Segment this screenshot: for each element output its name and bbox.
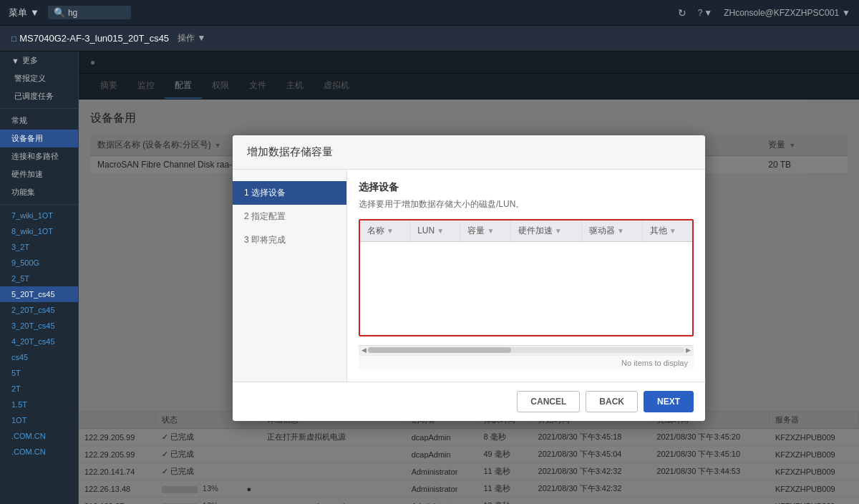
scroll-right-btn[interactable]: ▶	[686, 346, 691, 354]
sidebar-label-general: 常规	[11, 116, 27, 125]
dev-col-other[interactable]: 其他 ▼	[642, 220, 692, 242]
modal-content-desc: 选择要用于增加数据存储大小的磁盘/LUN。	[359, 198, 694, 210]
scrollbar-track	[368, 347, 684, 353]
sidebar-label-com-cn-2: .COM.CN	[11, 447, 46, 456]
search-input[interactable]	[68, 8, 125, 18]
sidebar-more-toggle[interactable]: ▼ 更多	[0, 52, 78, 69]
sidebar-storage-5-20t[interactable]: 5_20T_cs45	[0, 286, 78, 302]
refresh-icon[interactable]: ↻	[678, 7, 686, 19]
sidebar-label-4-20t: 4_20T_cs45	[11, 337, 55, 346]
modal-header: 增加数据存储容量	[233, 135, 705, 170]
modal-content-title: 选择设备	[359, 181, 694, 194]
device-selection-table-wrapper: 名称 ▼ LUN ▼	[359, 219, 694, 336]
sidebar-label-1ot: 1OT	[11, 416, 26, 425]
sidebar-item-scheduled-tasks[interactable]: 已调度任务	[0, 87, 78, 105]
topbar-left: 菜单 ▼ 🔍	[9, 6, 131, 19]
scrollbar-thumb[interactable]	[368, 347, 511, 353]
topbar-right: ↻ ? ▼ ZHconsole@KFZXZHPSC001 ▼	[678, 7, 850, 19]
sidebar-storage-2-20t[interactable]: 2_20T_cs45	[0, 302, 78, 318]
modal-title: 增加数据存储容量	[247, 145, 333, 158]
sidebar-storage-7wiki[interactable]: 7_wiki_1OT	[0, 208, 78, 223]
sidebar-storage-8wiki[interactable]: 8_wiki_1OT	[0, 223, 78, 239]
sidebar-label-1-5t: 1.5T	[11, 400, 27, 409]
sidebar-label-3-20t: 3_20T_cs45	[11, 321, 55, 330]
modal-footer: CANCEL BACK NEXT	[233, 382, 705, 421]
help-button[interactable]: ? ▼	[698, 8, 713, 18]
step-1-label: 1 选择设备	[244, 188, 286, 198]
sidebar-item-general[interactable]: 常规	[0, 112, 78, 130]
horizontal-scrollbar[interactable]: ◀ ▶	[359, 345, 694, 355]
sidebar-storage-1-5t[interactable]: 1.5T	[0, 397, 78, 412]
modal-step-3[interactable]: 3 即将完成	[233, 228, 346, 252]
sidebar: ▼ 更多 警报定义 已调度任务 常规 设备备用 连接和多路径 硬件加速 功能集 …	[0, 52, 79, 504]
sidebar-storage-com-cn-1[interactable]: .COM.CN	[0, 428, 78, 444]
cancel-button[interactable]: CANCEL	[517, 391, 580, 412]
sidebar-item-connections[interactable]: 连接和多路径	[0, 147, 78, 165]
sidebar-label-hardware: 硬件加速	[11, 170, 43, 178]
menu-label: 菜单	[9, 6, 27, 19]
modal-step-2[interactable]: 2 指定配置	[233, 205, 346, 228]
tab-actions-button[interactable]: 操作 ▼	[178, 32, 205, 44]
content-area: ● 摘要 监控 配置 权限 文件 主机 虚拟机 设备备用 数据区名称 (设备名称…	[79, 52, 859, 504]
sidebar-divider-2	[0, 204, 78, 205]
modal-step-1[interactable]: 1 选择设备	[233, 181, 346, 205]
sidebar-item-alert-def[interactable]: 警报定义	[0, 69, 78, 87]
sidebar-storage-cs45[interactable]: cs45	[0, 349, 78, 365]
sort-icon-cap: ▼	[487, 227, 494, 235]
modal-step-content: 选择设备 选择要用于增加数据存储大小的磁盘/LUN。 名称	[347, 170, 705, 382]
sidebar-label-scheduled: 已调度任务	[14, 92, 54, 100]
step-2-label: 2 指定配置	[244, 211, 286, 221]
sidebar-label-5-20t: 5_20T_cs45	[11, 290, 55, 299]
dev-col-hw-accel[interactable]: 硬件加速 ▼	[510, 220, 581, 242]
sort-icon-lun: ▼	[437, 227, 444, 235]
sidebar-label-8wiki: 8_wiki_1OT	[11, 227, 53, 236]
dev-col-name[interactable]: 名称 ▼	[360, 220, 410, 242]
dev-col-driver[interactable]: 驱动器 ▼	[582, 220, 643, 242]
sidebar-storage-2t[interactable]: 2T	[0, 381, 78, 397]
no-items-label: No items to display	[359, 355, 694, 370]
sidebar-storage-3-20t[interactable]: 3_20T_cs45	[0, 318, 78, 334]
username: ZHconsole@KFZXZHPSC001	[724, 8, 839, 18]
sidebar-label-7wiki: 7_wiki_1OT	[11, 211, 53, 220]
modal-overlay: 增加数据存储容量 1 选择设备 2 指定配置 3 即将完成	[79, 52, 859, 504]
dev-col-capacity[interactable]: 容量 ▼	[460, 220, 510, 242]
sidebar-storage-com-cn-2[interactable]: .COM.CN	[0, 444, 78, 460]
sidebar-divider-1	[0, 108, 78, 109]
sidebar-label-cs45: cs45	[11, 353, 28, 362]
sidebar-label-2t: 2T	[11, 384, 21, 393]
user-dropdown-icon: ▼	[842, 8, 850, 18]
tab-file-icon: □	[11, 34, 16, 44]
sort-icon-hw: ▼	[555, 227, 562, 235]
next-button[interactable]: NEXT	[644, 391, 694, 412]
user-menu[interactable]: ZHconsole@KFZXZHPSC001 ▼	[724, 8, 850, 18]
tab-title[interactable]: MS7040G2-AF-3_lun015_20T_cs45	[19, 33, 169, 44]
sidebar-label-5t: 5T	[11, 369, 21, 377]
sidebar-item-feature-set[interactable]: 功能集	[0, 183, 78, 201]
help-icon: ?	[698, 8, 703, 18]
more-arrow-icon: ▼	[11, 57, 19, 65]
help-arrow: ▼	[704, 8, 712, 18]
sidebar-label-alert-def: 警报定义	[14, 74, 46, 82]
sidebar-storage-5t[interactable]: 5T	[0, 365, 78, 381]
sidebar-label-9-500g: 9_500G	[11, 258, 39, 267]
sidebar-storage-9-500g[interactable]: 9_500G	[0, 255, 78, 271]
sidebar-item-hardware-accel[interactable]: 硬件加速	[0, 165, 78, 183]
device-selection-table: 名称 ▼ LUN ▼	[360, 220, 692, 335]
sidebar-storage-2-5t[interactable]: 2_5T	[0, 271, 78, 286]
sidebar-storage-3-2t[interactable]: 3_2T	[0, 239, 78, 255]
dev-col-lun[interactable]: LUN ▼	[410, 220, 460, 242]
sidebar-label-device-backup: 设备备用	[11, 134, 43, 142]
sidebar-storage-1ot[interactable]: 1OT	[0, 412, 78, 428]
sidebar-item-device-backup[interactable]: 设备备用	[0, 130, 78, 147]
step-3-label: 3 即将完成	[244, 235, 286, 245]
sidebar-storage-4-20t[interactable]: 4_20T_cs45	[0, 334, 78, 349]
search-box: 🔍	[48, 6, 131, 19]
sort-icon-other: ▼	[669, 227, 676, 235]
search-icon: 🔍	[54, 7, 65, 18]
device-table-body	[360, 241, 692, 334]
menu-button[interactable]: 菜单 ▼	[9, 6, 39, 19]
topbar: 菜单 ▼ 🔍 ↻ ? ▼ ZHconsole@KFZXZHPSC001 ▼	[0, 0, 859, 26]
modal-resize-handle[interactable]: ⌟	[854, 495, 858, 503]
back-button[interactable]: BACK	[586, 391, 638, 412]
scroll-left-btn[interactable]: ◀	[361, 346, 367, 354]
